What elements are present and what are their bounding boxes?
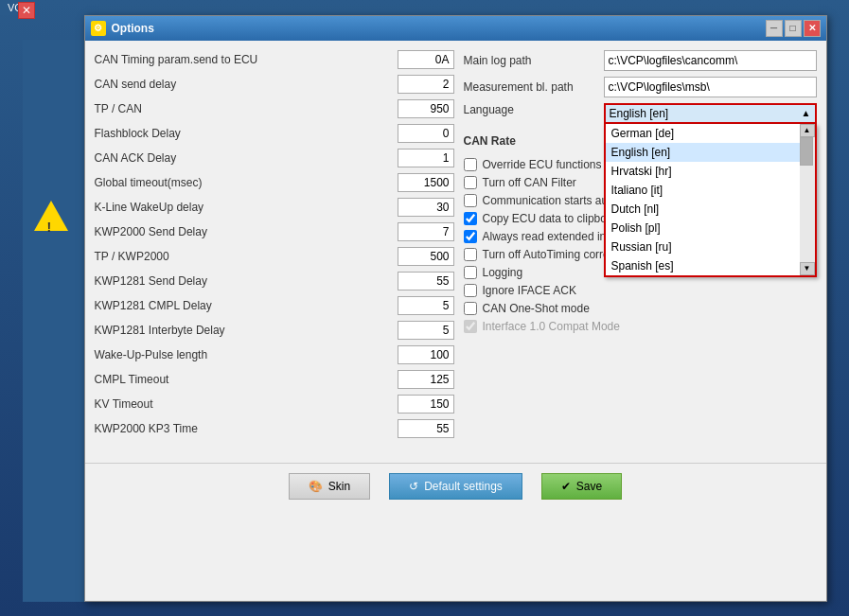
lang-option-ru[interactable]: Russian [ru]: [606, 238, 815, 256]
checkbox-can-one-shot[interactable]: [464, 302, 477, 315]
param-label-7: KWP2000 Send Delay: [95, 225, 398, 238]
main-log-row: Main log path: [464, 50, 817, 71]
measurement-input[interactable]: [604, 77, 817, 97]
checkbox-turn-off-autotiming[interactable]: [464, 248, 477, 261]
lang-option-de[interactable]: German [de]: [606, 124, 815, 143]
left-params-panel: CAN Timing param.send to ECU CAN send de…: [95, 50, 454, 444]
title-bar: ⚙ Options ─ □ ✕: [85, 16, 826, 41]
language-label: Language: [464, 103, 596, 116]
lang-option-hr[interactable]: Hrvatski [hr]: [606, 162, 815, 181]
param-row-5: Global timeout(msec): [95, 173, 454, 192]
checkbox-interface-compat[interactable]: [464, 320, 477, 333]
can-rate-label: CAN Rate: [464, 134, 596, 148]
checkbox-row-9: Interface 1.0 Compat Mode: [464, 320, 817, 333]
dropdown-up-arrow-icon: ▲: [802, 108, 811, 118]
maximize-button[interactable]: □: [785, 20, 802, 37]
checkbox-comm-starts-auto[interactable]: [464, 194, 477, 207]
language-dropdown-header[interactable]: English [en] ▲: [604, 103, 817, 124]
checkbox-label-4: Always read extended info: [483, 230, 616, 243]
outer-close-button[interactable]: ✕: [18, 2, 35, 19]
checkbox-label-6: Logging: [483, 266, 523, 279]
checkbox-label-0: Override ECU functions: [483, 158, 602, 171]
warning-exclamation: !: [47, 220, 52, 235]
param-row-8: TP / KWP2000: [95, 247, 454, 266]
param-label-10: KWP1281 CMPL Delay: [95, 299, 398, 312]
param-label-11: KWP1281 Interbyte Delay: [95, 324, 398, 337]
lang-option-pl[interactable]: Polish [pl]: [606, 219, 815, 238]
checkbox-logging[interactable]: [464, 266, 477, 279]
scroll-down-button[interactable]: ▼: [800, 262, 815, 275]
param-row-14: KV Timeout: [95, 395, 454, 414]
param-row-11: KWP1281 Interbyte Delay: [95, 321, 454, 340]
checkbox-always-read-extended[interactable]: [464, 230, 477, 243]
left-sidebar: !: [23, 40, 84, 602]
checkbox-turn-off-can-filter[interactable]: [464, 176, 477, 189]
window-title: Options: [112, 22, 154, 35]
default-settings-icon: ↺: [409, 480, 418, 493]
checkbox-row-8: CAN One-Shot mode: [464, 302, 817, 315]
param-input-12[interactable]: [398, 345, 454, 364]
param-input-9[interactable]: [398, 272, 454, 290]
minimize-button[interactable]: ─: [766, 20, 783, 37]
skin-label: Skin: [328, 480, 350, 493]
checkbox-label-3: Copy ECU data to clipboard: [483, 212, 624, 225]
param-input-11[interactable]: [398, 321, 454, 340]
param-input-13[interactable]: [398, 370, 454, 389]
save-button[interactable]: ✔ Save: [541, 473, 622, 500]
language-selected-text: English [en]: [610, 107, 669, 120]
param-row-4: CAN ACK Delay: [95, 149, 454, 167]
param-input-8[interactable]: [398, 247, 454, 266]
param-label-6: K-Line WakeUp delay: [95, 201, 398, 214]
param-label-13: CMPL Timeout: [95, 373, 398, 386]
param-input-0[interactable]: [398, 50, 454, 69]
save-label: Save: [576, 480, 602, 493]
checkbox-label-8: CAN One-Shot mode: [483, 302, 590, 315]
param-label-0: CAN Timing param.send to ECU: [95, 53, 398, 66]
param-row-0: CAN Timing param.send to ECU: [95, 50, 454, 69]
scroll-track: [800, 137, 815, 262]
param-input-1[interactable]: [398, 75, 454, 94]
skin-icon: 🎨: [309, 480, 323, 493]
language-dropdown-list: German [de] English [en] Hrvatski [hr] I…: [604, 124, 817, 277]
lang-option-nl[interactable]: Dutch [nl]: [606, 200, 815, 219]
param-input-4[interactable]: [398, 149, 454, 167]
skin-button[interactable]: 🎨 Skin: [289, 473, 370, 500]
param-input-3[interactable]: [398, 124, 454, 143]
scroll-thumb[interactable]: [800, 137, 813, 166]
param-input-5[interactable]: [398, 173, 454, 192]
save-icon: ✔: [561, 480, 571, 493]
param-label-15: KWP2000 KP3 Time: [95, 422, 398, 435]
param-input-7[interactable]: [398, 222, 454, 241]
measurement-row: Measurement bl. path: [464, 77, 817, 97]
checkbox-override-ecu[interactable]: [464, 158, 477, 171]
checkbox-ignore-iface[interactable]: [464, 284, 477, 297]
param-row-15: KWP2000 KP3 Time: [95, 419, 454, 438]
param-row-12: Wake-Up-Pulse length: [95, 345, 454, 364]
main-log-label: Main log path: [464, 54, 596, 67]
param-input-2[interactable]: [398, 99, 454, 118]
param-row-9: KWP1281 Send Delay: [95, 272, 454, 290]
checkbox-label-9: Interface 1.0 Compat Mode: [483, 320, 620, 333]
default-settings-button[interactable]: ↺ Default settings: [389, 473, 522, 500]
lang-scrollbar: ▲ ▼: [800, 124, 815, 275]
lang-option-it[interactable]: Italiano [it]: [606, 181, 815, 200]
param-input-14[interactable]: [398, 395, 454, 414]
main-log-input[interactable]: [604, 50, 817, 71]
lang-option-es[interactable]: Spanish [es]: [606, 256, 815, 275]
right-panel: Main log path Measurement bl. path Langu…: [464, 50, 817, 444]
scroll-up-button[interactable]: ▲: [800, 124, 815, 137]
param-input-15[interactable]: [398, 419, 454, 438]
param-input-10[interactable]: [398, 296, 454, 315]
param-row-3: Flashblock Delay: [95, 124, 454, 143]
param-row-6: K-Line WakeUp delay: [95, 198, 454, 217]
param-input-6[interactable]: [398, 198, 454, 217]
param-row-1: CAN send delay: [95, 75, 454, 94]
checkbox-row-7: Ignore IFACE ACK: [464, 284, 817, 297]
close-button[interactable]: ✕: [804, 20, 821, 37]
param-label-5: Global timeout(msec): [95, 176, 398, 189]
lang-option-en[interactable]: English [en]: [606, 143, 815, 162]
default-settings-label: Default settings: [424, 480, 503, 493]
param-row-10: KWP1281 CMPL Delay: [95, 296, 454, 315]
param-label-12: Wake-Up-Pulse length: [95, 348, 398, 361]
checkbox-copy-ecu[interactable]: [464, 212, 477, 225]
